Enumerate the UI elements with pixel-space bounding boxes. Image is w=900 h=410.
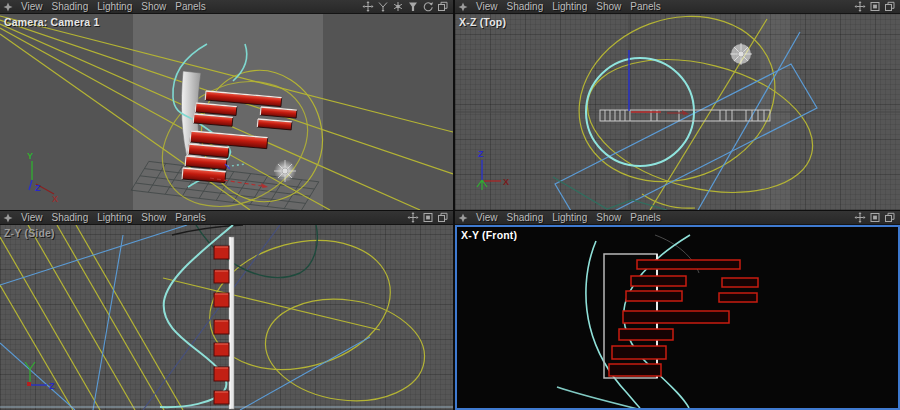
front-viewport-scene[interactable] xyxy=(457,227,898,408)
light-object[interactable] xyxy=(274,160,296,182)
viewport-side: View Shading Lighting Show Panels xyxy=(0,211,455,410)
top-viewport-scene[interactable]: Z X xyxy=(455,14,900,210)
orbit-view-icon[interactable] xyxy=(392,1,404,12)
top-viewport-canvas[interactable]: X-Z (Top) xyxy=(455,14,900,210)
viewport-nav-icons xyxy=(854,212,896,223)
svg-text:Z: Z xyxy=(49,381,55,391)
menu-item-shading[interactable]: Shading xyxy=(507,211,544,224)
menu-item-lighting[interactable]: Lighting xyxy=(552,211,587,224)
camera-viewport-scene[interactable]: Y Z X xyxy=(0,14,453,210)
toggle-quad-view-icon[interactable] xyxy=(884,212,896,223)
toggle-quad-view-icon[interactable] xyxy=(437,1,449,12)
app-window: View Shading Lighting Show Panels xyxy=(0,0,900,410)
menu-item-lighting[interactable]: Lighting xyxy=(97,211,132,224)
side-viewport-scene[interactable]: Z xyxy=(0,225,453,410)
menu-item-lighting[interactable]: Lighting xyxy=(552,0,587,13)
viewport-menu: View Shading Lighting Show Panels xyxy=(476,211,661,224)
camera-viewport-canvas[interactable]: Camera: Camera 1 xyxy=(0,14,453,210)
svg-text:X: X xyxy=(52,194,58,204)
menu-item-show[interactable]: Show xyxy=(141,0,166,13)
teal-spline[interactable] xyxy=(172,225,317,277)
viewport-label: Camera: Camera 1 xyxy=(4,16,99,28)
svg-text:Z: Z xyxy=(35,183,41,193)
viewport-menu: View Shading Lighting Show Panels xyxy=(476,0,661,13)
viewport-menu-icon[interactable] xyxy=(3,2,13,12)
viewport-label: Z-Y (Side) xyxy=(4,227,55,239)
axis-gizmo: Z xyxy=(25,362,55,391)
maximize-view-icon[interactable] xyxy=(422,212,434,223)
viewport-menubar: View Shading Lighting Show Panels xyxy=(455,0,900,14)
maximize-view-icon[interactable] xyxy=(869,1,881,12)
menu-item-panels[interactable]: Panels xyxy=(630,211,661,224)
side-viewport-canvas[interactable]: Z-Y (Side) xyxy=(0,225,453,410)
pan-view-icon[interactable] xyxy=(854,1,866,12)
white-ribbon-edge[interactable] xyxy=(229,237,234,409)
menu-item-lighting[interactable]: Lighting xyxy=(97,0,132,13)
viewport-top: View Shading Lighting Show Panels xyxy=(455,0,900,211)
menu-item-shading[interactable]: Shading xyxy=(52,211,89,224)
menu-item-view[interactable]: View xyxy=(21,0,43,13)
front-viewport-canvas[interactable]: X-Y (Front) xyxy=(455,225,900,410)
viewport-camera: View Shading Lighting Show Panels xyxy=(0,0,455,211)
pan-view-icon[interactable] xyxy=(362,1,374,12)
viewport-label: X-Z (Top) xyxy=(459,16,506,28)
svg-text:Z: Z xyxy=(478,149,484,159)
viewport-nav-icons xyxy=(362,1,449,12)
viewport-menubar: View Shading Lighting Show Panels xyxy=(0,211,453,225)
viewport-label: X-Y (Front) xyxy=(461,229,517,241)
indigo-spline[interactable] xyxy=(143,225,280,410)
viewport-menu-icon[interactable] xyxy=(458,2,468,12)
toggle-quad-view-icon[interactable] xyxy=(884,1,896,12)
axis-gizmo: Z X xyxy=(477,149,509,190)
menu-item-show[interactable]: Show xyxy=(141,211,166,224)
menu-item-shading[interactable]: Shading xyxy=(52,0,89,13)
fov-view-icon[interactable] xyxy=(407,1,419,12)
svg-text:X: X xyxy=(503,177,509,187)
pan-view-icon[interactable] xyxy=(407,212,419,223)
red-bars-wireframe[interactable] xyxy=(609,260,758,376)
menu-item-show[interactable]: Show xyxy=(596,0,621,13)
viewport-menu: View Shading Lighting Show Panels xyxy=(21,211,206,224)
menu-item-view[interactable]: View xyxy=(476,211,498,224)
reset-view-icon[interactable] xyxy=(422,1,434,12)
svg-text:Y: Y xyxy=(27,151,33,161)
viewport-nav-icons xyxy=(407,212,449,223)
menu-item-view[interactable]: View xyxy=(476,0,498,13)
viewport-menubar: View Shading Lighting Show Panels xyxy=(455,211,900,225)
light-object[interactable] xyxy=(730,43,752,65)
menu-item-show[interactable]: Show xyxy=(596,211,621,224)
menu-item-view[interactable]: View xyxy=(21,211,43,224)
viewport-menu-icon[interactable] xyxy=(3,213,13,223)
zoom-view-icon[interactable] xyxy=(377,1,389,12)
viewport-menu: View Shading Lighting Show Panels xyxy=(21,0,206,13)
menu-item-shading[interactable]: Shading xyxy=(507,0,544,13)
toggle-quad-view-icon[interactable] xyxy=(437,212,449,223)
pan-view-icon[interactable] xyxy=(854,212,866,223)
menu-item-panels[interactable]: Panels xyxy=(175,211,206,224)
viewport-front: View Shading Lighting Show Panels xyxy=(455,211,900,410)
maximize-view-icon[interactable] xyxy=(869,212,881,223)
menu-item-panels[interactable]: Panels xyxy=(175,0,206,13)
red-bars-side-profile[interactable] xyxy=(214,246,229,404)
menu-item-panels[interactable]: Panels xyxy=(630,0,661,13)
viewport-nav-icons xyxy=(854,1,896,12)
viewport-menu-icon[interactable] xyxy=(458,213,468,223)
viewport-menubar: View Shading Lighting Show Panels xyxy=(0,0,453,14)
